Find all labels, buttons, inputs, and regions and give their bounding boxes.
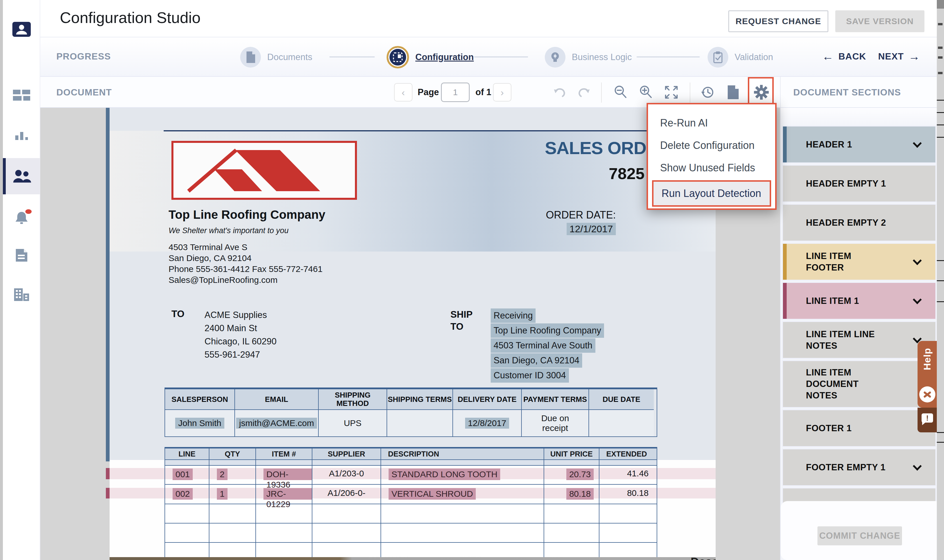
qty-field[interactable]: 2	[217, 469, 228, 480]
salesperson-field[interactable]: John Smith	[175, 418, 224, 429]
extended-value: 80.18	[599, 485, 654, 504]
section-item-header-empty-1[interactable]: HEADER EMPTY 1	[783, 166, 935, 202]
fullscreen-button[interactable]	[663, 84, 679, 100]
section-accent	[783, 126, 787, 162]
company-logo	[171, 141, 357, 200]
gear-button[interactable]	[753, 84, 769, 100]
section-accent	[783, 283, 787, 319]
menu-item-delete-configuration[interactable]: Delete Configuration	[648, 134, 775, 157]
description-field[interactable]: VERTICAL SHROUD	[389, 488, 476, 500]
nav-dashboard[interactable]	[3, 81, 40, 109]
step-label: Validation	[735, 52, 773, 62]
commit-change-button[interactable]: COMMIT CHANGE	[818, 526, 902, 545]
chevron-down-icon[interactable]	[913, 295, 922, 304]
next-page-button[interactable]: ›	[493, 83, 511, 102]
line-item-marker-2	[106, 488, 109, 498]
help-label: Help	[922, 348, 933, 370]
step-business-logic[interactable]: Business Logic	[545, 37, 632, 77]
help-close-icon[interactable]	[919, 386, 935, 403]
section-item-line-item-document-notes[interactable]: LINE ITEM DOCUMENT NOTES	[783, 361, 935, 407]
table-row: 002 1 JRC-01229 A1/206-0- VERTICAL SHROU…	[165, 485, 657, 504]
nav-contact-badge[interactable]	[3, 15, 40, 43]
ship-to-field[interactable]: 4503 Terminal Ave South	[491, 338, 595, 353]
background-content-peek: Descripti	[109, 557, 716, 560]
history-button[interactable]	[699, 84, 716, 100]
order-date-value[interactable]: 12/1/2017	[567, 223, 616, 235]
step-configuration[interactable]: Configuration	[387, 37, 474, 77]
help-tab[interactable]: Help	[918, 341, 937, 408]
undo-button[interactable]	[552, 84, 568, 100]
toolbar-divider	[601, 83, 602, 103]
redo-button[interactable]	[576, 84, 592, 100]
column-header: DUE DATE	[588, 389, 654, 409]
section-item-line-item-footer[interactable]: LINE ITEM FOOTER	[783, 244, 935, 280]
payment-terms-value: Due on receipt	[521, 409, 588, 436]
step-connector	[330, 56, 375, 57]
back-button[interactable]: ← BACK	[822, 50, 866, 63]
ship-to-block: Receiving Top Line Roofing Company 4503 …	[491, 308, 604, 383]
ship-to-field[interactable]: Top Line Roofing Company	[491, 323, 604, 338]
page-thumbnail-button[interactable]	[725, 84, 742, 100]
line-field[interactable]: 001	[172, 469, 193, 480]
sections-panel-top	[781, 108, 937, 126]
chevron-down-icon[interactable]	[913, 139, 922, 148]
section-accent	[783, 244, 787, 280]
order-number: 7825	[512, 164, 645, 183]
toolbar-divider	[690, 83, 690, 103]
zoom-in-button[interactable]	[638, 84, 654, 100]
section-item-header-empty-2[interactable]: HEADER EMPTY 2	[783, 205, 935, 241]
chevron-down-icon[interactable]	[913, 462, 922, 471]
ship-to-field[interactable]: San Diego, CA 92104	[491, 353, 582, 368]
column-header: UNIT PRICE	[544, 448, 599, 459]
request-change-button[interactable]: REQUEST CHANGE	[728, 10, 829, 32]
section-item-line-item-1[interactable]: LINE ITEM 1	[783, 283, 935, 319]
description-field[interactable]: STANDARD LONG TOOTH	[389, 469, 500, 480]
step-label: Business Logic	[572, 52, 632, 62]
menu-item-run-layout-detection[interactable]: Run Layout Detection	[652, 180, 771, 207]
section-item-footer-empty-1[interactable]: FOOTER EMPTY 1	[783, 449, 935, 485]
section-item-header-1[interactable]: HEADER 1	[783, 126, 935, 162]
document-panel-title: DOCUMENT	[56, 87, 112, 98]
step-label: Documents	[267, 52, 313, 62]
page-number-input[interactable]	[441, 83, 470, 102]
company-name: Top Line Roofing Company	[169, 208, 325, 222]
item-field[interactable]: JRC-01229	[263, 488, 312, 500]
column-header: QTY	[209, 448, 256, 459]
zoom-out-button[interactable]	[613, 84, 629, 100]
item-field[interactable]: DOH-19336	[263, 469, 312, 480]
step-validation[interactable]: Validation	[708, 37, 773, 77]
step-documents[interactable]: Documents	[240, 37, 313, 77]
delivery-date-field[interactable]: 12/8/2017	[465, 418, 509, 429]
document-sections-panel: HEADER 1 HEADER EMPTY 1 HEADER EMPTY 2 L…	[780, 108, 937, 560]
email-field[interactable]: jsmith@ACME.com	[236, 418, 317, 429]
bar-chart-icon	[14, 129, 29, 142]
feedback-button[interactable]: !	[918, 408, 937, 432]
nav-analytics[interactable]	[3, 122, 40, 149]
left-nav-rail	[3, 0, 40, 560]
ship-to-field[interactable]: Customer ID 3004	[491, 368, 569, 383]
progress-label: PROGRESS	[56, 51, 111, 62]
nav-notifications[interactable]	[3, 204, 40, 232]
sections-panel-header: DOCUMENT SECTIONS	[780, 77, 937, 108]
unit-price-field[interactable]: 80.18	[566, 488, 594, 500]
chevron-down-icon[interactable]	[913, 256, 922, 265]
nav-users[interactable]	[3, 158, 40, 194]
sections-panel-title: DOCUMENT SECTIONS	[793, 87, 901, 98]
company-address: 4503 Terminal Ave S San Diego, CA 92104 …	[169, 242, 322, 285]
nav-organization[interactable]	[3, 281, 40, 308]
next-button[interactable]: NEXT →	[878, 50, 920, 63]
prev-page-button[interactable]: ‹	[394, 83, 413, 102]
nav-documents[interactable]	[3, 242, 40, 269]
line-field[interactable]: 002	[172, 488, 193, 500]
due-date-value	[588, 409, 654, 436]
unit-price-field[interactable]: 20.73	[566, 469, 594, 480]
building-icon	[13, 287, 30, 302]
section-item-footer-1[interactable]: FOOTER 1	[783, 410, 935, 446]
save-version-button[interactable]: SAVE VERSION	[835, 10, 924, 32]
ship-to-field[interactable]: Receiving	[491, 308, 536, 323]
menu-item-show-unused-fields[interactable]: Show Unused Fields	[648, 157, 775, 179]
section-item-line-item-line-notes[interactable]: LINE ITEM LINE NOTES	[783, 322, 935, 358]
menu-item-rerun-ai[interactable]: Re-Run AI	[648, 112, 775, 134]
table-row: 001 2 DOH-19336 A1/203-0 STANDARD LONG T…	[165, 466, 657, 485]
qty-field[interactable]: 1	[217, 488, 228, 500]
